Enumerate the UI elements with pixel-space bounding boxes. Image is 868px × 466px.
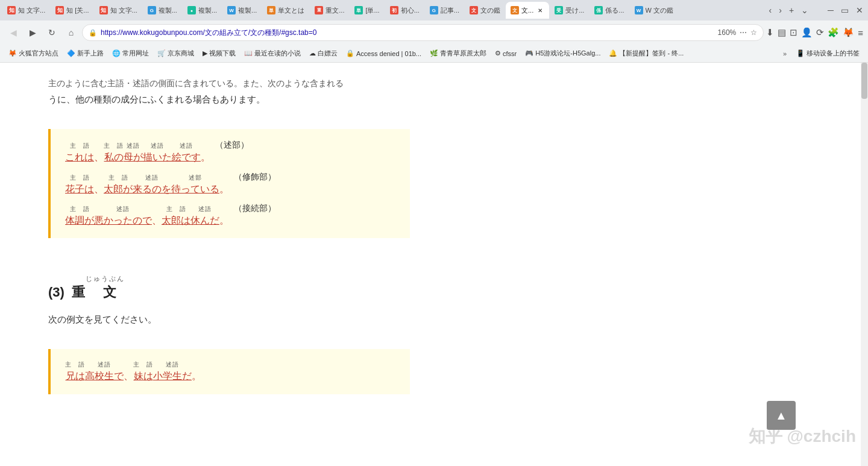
tab-label-10: 初心...	[401, 6, 420, 15]
tab-10[interactable]: 初 初心...	[385, 2, 424, 19]
bookmarks-more-button[interactable]: »	[781, 49, 789, 58]
back-button[interactable]: ◀	[5, 24, 22, 41]
ruby-shougaku: 述語 小学生だ	[153, 360, 192, 383]
ruby-text-period4: 。	[192, 370, 201, 383]
tab-label-16: W 文の鑑	[646, 6, 673, 15]
screenshot-icon[interactable]: ⊡	[790, 27, 797, 38]
tab-favicon-9: 単	[354, 6, 363, 14]
reload-button[interactable]: ↻	[43, 24, 60, 41]
tab-favicon-4: G	[148, 6, 156, 14]
tab-label-2: 知 [关...	[66, 6, 89, 15]
ruby-text-shougaku: 小学生だ	[153, 370, 192, 383]
download-icon[interactable]: ⬇	[766, 27, 774, 38]
ruby-watashi: 主 語 私の	[104, 141, 124, 164]
bookmark-cloud[interactable]: ☁ 白嫖云	[306, 48, 341, 59]
ruby-label-tarowa: 主 語	[166, 204, 186, 214]
ruby-koukou: 述語 高校生で	[85, 360, 124, 383]
bookmark-foxsite-label: 火狐官方站点	[19, 49, 58, 58]
ruby-text-imotowa: 妹は	[134, 370, 153, 383]
ruby-text-comma1: 、	[94, 151, 104, 164]
home-button[interactable]: ⌂	[63, 24, 80, 41]
sidebar-icon[interactable]: ▤	[778, 27, 786, 38]
tab-8[interactable]: 重 重文...	[310, 2, 349, 19]
ruby-period2: 。	[219, 173, 229, 196]
bookmark-grass-label: 青青草原蔗太郎	[440, 49, 486, 58]
bookmark-h5[interactable]: 🎮 H5游戏论坛-H5Galg...	[521, 48, 604, 59]
bookmark-mobile[interactable]: 📱 移动设备上的书签	[793, 48, 863, 59]
ruby-text-edes: 絵です	[172, 151, 201, 164]
tab-15[interactable]: 係 係る...	[590, 2, 629, 19]
ruby-label-comma3	[156, 204, 158, 214]
bookmark-grass[interactable]: 🌿 青青草原蔗太郎	[426, 48, 490, 59]
tab-prev-button[interactable]: ‹	[767, 4, 775, 16]
bookmark-sites[interactable]: 🌐 常用网址	[108, 48, 153, 59]
tab-6[interactable]: W 複製...	[222, 2, 262, 19]
bookmark-cfssr[interactable]: ⚙ cfssr	[491, 48, 520, 58]
ruby-taro: 主 語 太郎が	[104, 173, 133, 196]
user-avatar[interactable]: 🦊	[843, 27, 854, 38]
bookmark-access[interactable]: 🔒 Access denied | 01b...	[342, 48, 425, 58]
new-tab-button[interactable]: +	[787, 4, 796, 16]
tab-bar-actions: ‹ › + ⌄ ─ ▭ ✕	[767, 4, 866, 16]
bookmark-jd[interactable]: 🛒 京东商城	[154, 48, 198, 59]
ruby-label-korera: 主 語	[70, 141, 90, 151]
ruby-text-matte: 待っている	[171, 183, 219, 196]
ruby-korera: 主 語 これは	[65, 141, 94, 164]
tab-12[interactable]: 文 文の鑑	[465, 2, 505, 19]
example-box-2: 主 語 兄は 述語 高校生で 、 主 語 妹は 述語 小学生だ 。	[48, 349, 410, 394]
tab-5[interactable]: ● 複製...	[183, 2, 222, 19]
ruby-aniwa: 主 語 兄は	[65, 360, 85, 383]
tab-3[interactable]: 知 知 文字...	[95, 2, 142, 19]
bookmark-jd-label: 京东商城	[168, 49, 194, 58]
section-3-furigana: じゅうぶん	[86, 274, 820, 283]
bookmark-foxsite-icon: 🦊	[8, 49, 17, 57]
tab-7[interactable]: 単 単文とは	[262, 2, 309, 19]
ruby-label-yasunda: 述語	[198, 204, 212, 214]
menu-icon[interactable]: ≡	[858, 28, 863, 38]
tab-9[interactable]: 単 [単...	[350, 2, 384, 19]
ruby-text-koukou: 高校生で	[85, 370, 124, 383]
profile-icon[interactable]: 👤	[801, 27, 813, 38]
close-button[interactable]: ✕	[854, 4, 866, 16]
tab-14[interactable]: 受 受け...	[550, 2, 589, 19]
restore-button[interactable]: ▭	[838, 4, 851, 16]
bookmark-star-icon[interactable]: ☆	[750, 28, 757, 37]
ruby-text-warukatta: 悪かったので	[94, 214, 152, 227]
intro-line1: うに、他の種類の成分にふくまれる場合もあります。	[48, 94, 265, 104]
scrollbar-track	[861, 63, 868, 466]
scroll-top-button[interactable]: ▲	[767, 401, 796, 430]
bookmark-video[interactable]: ▶ 视频下载	[199, 48, 239, 59]
scrollbar-thumb[interactable]	[861, 63, 867, 99]
ruby-label-period4	[195, 360, 198, 370]
tab-13[interactable]: 文 文... ✕	[506, 2, 549, 19]
address-bar[interactable]: 🔒 https://www.kokugobunpou.com/文の組み立て/文の…	[82, 24, 764, 41]
tab-16[interactable]: W W 文の鑑	[630, 2, 678, 19]
ruby-text-aniwa: 兄は	[66, 370, 85, 383]
extensions-icon[interactable]: 🧩	[828, 27, 839, 38]
tab-more-button[interactable]: ⌄	[799, 4, 811, 16]
example-line-2-1: 主 語 兄は 述語 高校生で 、 主 語 妹は 述語 小学生だ 。	[65, 360, 395, 383]
more-options-icon[interactable]: ⋯	[740, 28, 747, 37]
bookmark-novel[interactable]: 📖 最近在读的小说	[241, 48, 304, 59]
tab-label-14: 受け...	[565, 6, 584, 15]
tab-favicon-14: 受	[555, 6, 563, 14]
tab-4[interactable]: G 複製...	[143, 2, 182, 19]
ruby-text-comma2: 、	[94, 183, 104, 196]
bookmark-video-label: 视频下载	[209, 49, 236, 58]
ruby-imotowa: 主 語 妹は	[133, 360, 153, 383]
tab-11[interactable]: G 記事...	[425, 2, 464, 19]
bookmark-newbie[interactable]: 🔷 新手上路	[63, 48, 107, 59]
minimize-button[interactable]: ─	[825, 4, 836, 16]
zoom-level: 160%	[718, 28, 737, 37]
page-content: 主のように含む主語・述語の側面に含まれている。また、次のような含まれる うに、他…	[0, 63, 868, 436]
bookmark-foxsite[interactable]: 🦊 火狐官方站点	[5, 48, 62, 59]
tab-1[interactable]: 知 知 文字...	[2, 2, 50, 19]
tab-close-13[interactable]: ✕	[536, 6, 544, 14]
bookmark-signin[interactable]: 🔔 【新提醒】签到 - 终...	[605, 48, 687, 59]
bookmark-signin-label: 【新提醒】签到 - 终...	[619, 49, 684, 58]
forward-button[interactable]: ▶	[24, 24, 41, 41]
sync-icon[interactable]: ⟳	[816, 27, 824, 38]
tab-next-button[interactable]: ›	[776, 4, 784, 16]
tab-2[interactable]: 知 知 [关...	[51, 2, 93, 19]
ruby-label-taro: 主 語	[108, 173, 128, 183]
